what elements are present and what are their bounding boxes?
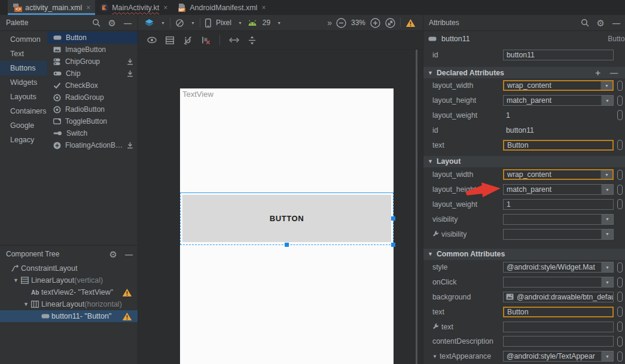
download-icon[interactable] <box>127 58 133 65</box>
close-icon[interactable]: × <box>261 4 266 12</box>
palette-category-common[interactable]: Common <box>0 32 47 47</box>
tab-activity-main-xml[interactable]: <>activity_main.xml× <box>8 0 95 15</box>
palette-item-chip[interactable]: Chip <box>47 68 138 79</box>
section-header-layout[interactable]: ▼Layout <box>423 156 625 167</box>
combo-layout_width[interactable]: wrap_content▼ <box>503 169 614 180</box>
tools-attribute-indicator[interactable] <box>617 322 623 332</box>
expand-arrow-icon[interactable]: ▼ <box>432 354 437 359</box>
dropdown-caret-icon[interactable]: ▼ <box>601 230 613 239</box>
tools-attribute-indicator[interactable] <box>617 292 623 302</box>
view-options-eye-icon[interactable] <box>147 36 157 44</box>
input-text[interactable]: Button <box>503 140 614 151</box>
tab-mainactivity-kt[interactable]: MainActivity.kt× <box>95 0 172 15</box>
search-icon[interactable] <box>92 19 100 27</box>
collapse-arrow-icon[interactable]: ▼ <box>428 158 433 164</box>
tree-node-linear-layout-horizontal[interactable]: ▼LinearLayout(horizontal) <box>0 298 138 310</box>
combo-visibility[interactable]: ▼ <box>503 229 614 240</box>
dropdown-caret-icon[interactable]: ▼ <box>601 96 613 105</box>
zoom-to-fit-icon[interactable] <box>385 18 395 28</box>
more-actions-icon[interactable]: » <box>327 19 331 27</box>
canvas-scrollbar[interactable] <box>416 50 417 364</box>
dropdown-caret-icon[interactable]: ▼ <box>601 215 613 224</box>
dropdown-caret-icon[interactable]: ▼ <box>601 277 613 287</box>
tools-attribute-indicator[interactable] <box>617 96 623 106</box>
combo-layout_width[interactable]: wrap_content▼ <box>503 80 614 91</box>
dropdown-caret-icon[interactable]: ▼ <box>601 351 613 361</box>
tools-attribute-indicator[interactable] <box>617 81 623 91</box>
id-input[interactable]: button11 <box>503 50 614 60</box>
palette-category-legacy[interactable]: Legacy <box>0 133 47 147</box>
collapse-arrow-icon[interactable]: ▼ <box>428 70 433 76</box>
search-icon[interactable] <box>581 19 589 27</box>
minimize-icon[interactable]: — <box>124 19 132 27</box>
palette-item-fab[interactable]: FloatingActionB… <box>47 139 138 151</box>
warning-icon[interactable] <box>406 19 416 27</box>
palette-item-switch[interactable]: Switch <box>47 127 138 139</box>
infer-constraints-horizontal-icon[interactable] <box>229 37 239 43</box>
palette-item-toggle-button[interactable]: ToggleButton <box>47 115 138 127</box>
zoom-out-icon[interactable] <box>336 18 346 28</box>
dropdown-caret-icon[interactable]: ▼ <box>600 81 612 90</box>
canvas-textview[interactable]: TextView <box>182 90 214 99</box>
palette-category-layouts[interactable]: Layouts <box>0 90 47 104</box>
palette-category-buttons[interactable]: Buttons <box>0 61 47 75</box>
combo-visibility[interactable]: ▼ <box>503 214 614 225</box>
palette-item-button[interactable]: Button <box>47 32 138 44</box>
zoom-in-icon[interactable] <box>370 18 380 28</box>
combo-layout_height[interactable]: match_parent▼ <box>503 184 614 195</box>
autoconnect-off-magnet-icon[interactable] <box>183 36 193 45</box>
device-selector[interactable]: Pixel <box>216 19 231 27</box>
download-icon[interactable] <box>127 70 133 77</box>
resize-handle-right[interactable] <box>391 216 395 221</box>
canvas-button[interactable]: BUTTON <box>182 195 391 242</box>
tools-attribute-indicator[interactable] <box>617 351 623 362</box>
expand-arrow-icon[interactable]: ▼ <box>23 301 31 307</box>
resize-handle-bottom[interactable] <box>285 243 289 247</box>
dropdown-caret-icon[interactable]: ▼ <box>601 185 613 194</box>
gear-icon[interactable]: ⚙ <box>108 19 116 27</box>
tools-attribute-indicator[interactable] <box>617 277 623 287</box>
palette-item-radio-button[interactable]: RadioButton <box>47 103 138 115</box>
clear-constraints-icon[interactable] <box>202 36 211 44</box>
input-layout_weight[interactable]: 1 <box>503 199 614 210</box>
tools-attribute-indicator[interactable] <box>617 337 623 347</box>
input-contentDescription[interactable] <box>503 336 614 347</box>
close-icon[interactable]: × <box>163 4 167 12</box>
android-icon[interactable] <box>247 20 258 26</box>
palette-item-chip-group[interactable]: ChipGroup <box>47 56 138 68</box>
palette-category-text[interactable]: Text <box>0 47 47 61</box>
download-icon[interactable] <box>127 142 133 149</box>
layers-icon[interactable] <box>144 19 154 27</box>
tools-attribute-indicator[interactable] <box>617 185 623 195</box>
input-text[interactable]: Button <box>503 307 614 317</box>
tools-attribute-indicator[interactable] <box>617 110 623 120</box>
input-text[interactable] <box>503 322 614 332</box>
palette-item-radio-group[interactable]: RadioGroup <box>47 91 138 103</box>
tree-node-button[interactable]: button11- "Button" <box>0 310 138 322</box>
gear-icon[interactable]: ⚙ <box>597 19 605 27</box>
orientation-icon[interactable] <box>175 19 184 27</box>
tree-node-linear-layout-vertical[interactable]: ▼LinearLayout(vertical) <box>0 274 138 286</box>
palette-category-google[interactable]: Google <box>0 118 47 133</box>
combo-style[interactable]: @android:style/Widget.Mat▼ <box>503 262 614 273</box>
minimize-icon[interactable]: — <box>612 19 620 27</box>
combo-textAppearance[interactable]: @android:style/TextAppear▼ <box>503 351 614 362</box>
pack-vertical-icon[interactable] <box>248 36 256 45</box>
collapse-arrow-icon[interactable]: ▼ <box>428 251 433 257</box>
combo-layout_height[interactable]: match_parent▼ <box>503 95 614 106</box>
dropdown-caret-icon[interactable]: ▼ <box>600 170 612 179</box>
close-icon[interactable]: × <box>86 4 90 12</box>
gear-icon[interactable]: ⚙ <box>109 250 117 259</box>
palette-item-image-button[interactable]: ImageButton <box>47 44 138 56</box>
remove-attribute-icon[interactable]: — <box>610 69 618 77</box>
device-artboard[interactable]: TextView BUTTON <box>180 88 394 364</box>
tools-attribute-indicator[interactable] <box>617 199 623 209</box>
dropdown-caret-icon[interactable]: ▼ <box>601 262 613 272</box>
expand-arrow-icon[interactable]: ▼ <box>13 277 21 283</box>
tools-attribute-indicator[interactable] <box>617 307 623 317</box>
tree-node-constraint-layout[interactable]: ConstraintLayout <box>0 262 138 274</box>
section-header-common-attributes[interactable]: ▼Common Attributes <box>423 249 625 260</box>
resize-handle-corner[interactable] <box>391 243 395 247</box>
tools-attribute-indicator[interactable] <box>617 170 623 180</box>
section-header-declared-attributes[interactable]: ▼Declared Attributes+— <box>423 67 625 78</box>
